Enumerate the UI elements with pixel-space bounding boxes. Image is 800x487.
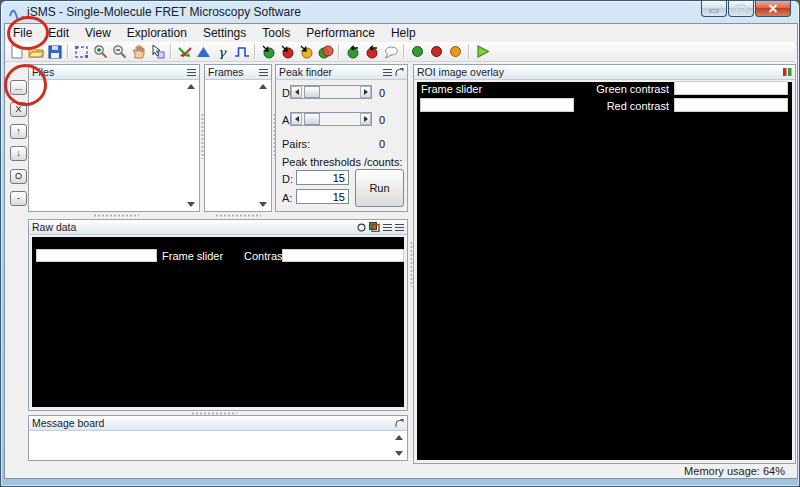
app-window: iSMS - Single-Molecule FRET Microscopy S…	[0, 0, 800, 487]
yellow-marker-add-icon[interactable]	[297, 43, 316, 61]
scroll-down-icon[interactable]	[395, 451, 403, 456]
circle-marker-icon[interactable]	[357, 223, 366, 232]
green-red-overlay-icon[interactable]	[369, 222, 380, 232]
comment-bubble-icon[interactable]	[381, 43, 400, 61]
trace-pulse-icon[interactable]	[232, 43, 251, 61]
splitter-handle[interactable]	[201, 113, 204, 159]
browse-files-button[interactable]: ...	[10, 80, 27, 95]
menu-edit[interactable]: Edit	[40, 25, 77, 41]
green-status-icon[interactable]	[408, 43, 427, 61]
frames-list[interactable]	[205, 80, 271, 211]
panel-menu-icon[interactable]	[187, 69, 196, 76]
run-playback-icon[interactable]	[473, 43, 492, 61]
green-marker-add-icon[interactable]	[259, 43, 278, 61]
scroll-up-icon[interactable]	[395, 435, 403, 440]
raw-frame-slider[interactable]	[36, 249, 157, 262]
scroll-up-icon[interactable]	[259, 84, 267, 89]
zoom-in-icon[interactable]	[91, 43, 110, 61]
remove-file-button[interactable]: X	[10, 102, 27, 117]
gamma-factor-icon[interactable]: γ	[213, 43, 232, 61]
pair-markers-icon[interactable]	[316, 43, 335, 61]
swap-channels-icon[interactable]	[175, 43, 194, 61]
donor-slider[interactable]	[290, 85, 372, 99]
message-board-body	[29, 431, 407, 460]
menu-performance[interactable]: Performance	[298, 25, 383, 41]
scroll-down-icon[interactable]	[187, 202, 195, 207]
scroll-up-icon[interactable]	[187, 84, 195, 89]
acceptor-threshold-input[interactable]	[296, 189, 349, 204]
minimize-button[interactable]	[701, 1, 727, 17]
splitter-handle[interactable]	[410, 241, 413, 287]
undock-icon[interactable]	[395, 68, 404, 77]
peak-finder-panel-title: Peak finder	[279, 66, 380, 78]
roi-image-canvas[interactable]	[417, 82, 792, 460]
panel-menu-icon[interactable]	[383, 69, 392, 76]
pan-hand-icon[interactable]	[129, 43, 148, 61]
donor-threshold-input[interactable]	[296, 170, 349, 185]
panel-menu-icon[interactable]	[395, 224, 404, 231]
close-button[interactable]	[755, 1, 791, 17]
splitter-handle[interactable]	[273, 113, 276, 159]
toolbar-separator	[338, 44, 340, 59]
slider-left-arrow[interactable]	[291, 113, 302, 125]
toolbar-separator	[254, 44, 256, 59]
menu-help[interactable]: Help	[383, 25, 424, 41]
collapse-button[interactable]: -	[10, 191, 27, 206]
reset-button[interactable]: O	[10, 169, 27, 184]
zoom-region-icon[interactable]	[72, 43, 91, 61]
pairs-value: 0	[374, 138, 390, 150]
slider-right-arrow[interactable]	[360, 113, 371, 125]
roi-panel-title: ROI image overlay	[417, 66, 780, 78]
zoom-out-icon[interactable]	[110, 43, 129, 61]
files-panel: Files	[28, 64, 200, 212]
message-list[interactable]	[29, 431, 407, 460]
undock-icon[interactable]	[395, 419, 404, 428]
orange-status-icon[interactable]	[446, 43, 465, 61]
slider-thumb[interactable]	[304, 86, 320, 98]
frames-panel-title: Frames	[208, 66, 256, 78]
thresholds-label: Peak thresholds /counts:	[282, 156, 402, 168]
red-status-icon[interactable]	[427, 43, 446, 61]
run-button[interactable]: Run	[355, 169, 404, 207]
peak-finder-panel-body: D: 0 A: 0 Pairs: 0 Peak thresholds /coun…	[276, 80, 407, 211]
move-down-button[interactable]: ↓	[10, 146, 27, 161]
menu-view[interactable]: View	[77, 25, 119, 41]
menu-file[interactable]: File	[5, 25, 40, 41]
raw-data-panel-body: Frame slider Contrast:	[29, 235, 407, 410]
menu-tools[interactable]: Tools	[254, 25, 298, 41]
red-marker-back-icon[interactable]	[362, 43, 381, 61]
red-green-channels-icon[interactable]	[783, 67, 792, 77]
open-file-icon[interactable]	[26, 43, 45, 61]
raw-image-canvas[interactable]	[32, 237, 404, 407]
red-marker-add-icon[interactable]	[278, 43, 297, 61]
raw-contrast-slider[interactable]	[282, 249, 404, 262]
roi-frame-slider-label: Frame slider	[421, 83, 482, 95]
slider-thumb[interactable]	[304, 113, 320, 125]
roi-frame-slider[interactable]	[420, 98, 574, 112]
maximize-button[interactable]	[728, 1, 754, 17]
scroll-down-icon[interactable]	[259, 202, 267, 207]
splitter-handle[interactable]	[93, 214, 139, 217]
slider-left-arrow[interactable]	[291, 86, 302, 98]
menu-exploration[interactable]: Exploration	[119, 25, 195, 41]
peak-profile-icon[interactable]	[194, 43, 213, 61]
menu-settings[interactable]: Settings	[195, 25, 254, 41]
pairs-label: Pairs:	[282, 138, 310, 150]
save-icon[interactable]	[45, 43, 64, 61]
files-list[interactable]	[29, 80, 199, 211]
splitter-handle[interactable]	[215, 214, 261, 217]
splitter-handle[interactable]	[191, 412, 237, 415]
data-cursor-icon[interactable]	[148, 43, 167, 61]
panel-menu-icon[interactable]	[383, 224, 392, 231]
green-contrast-slider[interactable]	[674, 81, 788, 95]
toolbar-separator	[170, 44, 172, 59]
panel-menu-icon[interactable]	[259, 69, 268, 76]
new-file-icon[interactable]	[7, 43, 26, 61]
slider-right-arrow[interactable]	[360, 86, 371, 98]
green-marker-back-icon[interactable]	[343, 43, 362, 61]
move-up-button[interactable]: ↑	[10, 124, 27, 139]
window-title: iSMS - Single-Molecule FRET Microscopy S…	[27, 5, 301, 19]
acceptor-slider[interactable]	[290, 112, 372, 126]
red-contrast-slider[interactable]	[674, 98, 788, 112]
acceptor-slider-value: 0	[374, 114, 390, 126]
